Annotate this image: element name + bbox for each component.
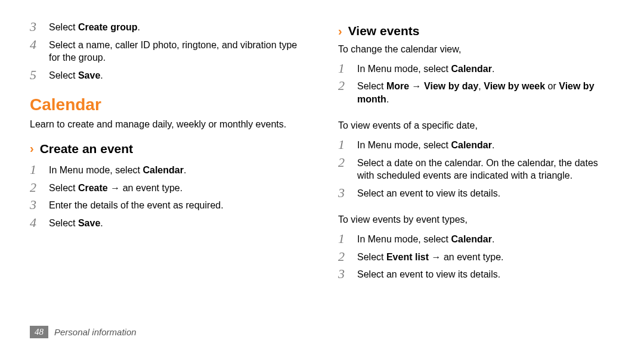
step: 1In Menu mode, select Calendar. <box>30 161 306 179</box>
step-text: Select Create → an event type. <box>49 180 182 195</box>
step-text: In Menu mode, select Calendar. <box>357 138 494 152</box>
step: 3Select Create group. <box>30 18 306 36</box>
step-text: Select More → View by day, View by week … <box>357 79 614 105</box>
step: 2Select More → View by day, View by week… <box>338 77 614 107</box>
step: 3Select an event to view its details. <box>338 265 614 283</box>
step: 2Select a date on the calendar. On the c… <box>338 154 614 184</box>
section-lead: Learn to create and manage daily, weekly… <box>30 118 306 131</box>
paragraph: To view events of a specific date, <box>338 119 614 132</box>
step: 1In Menu mode, select Calendar. <box>338 230 614 248</box>
subheading-create: › Create an event <box>30 142 306 156</box>
step-number: 5 <box>30 68 49 82</box>
step-text: In Menu mode, select Calendar. <box>49 163 186 177</box>
step: 5Select Save. <box>30 66 306 84</box>
step-number: 4 <box>30 38 49 51</box>
step-number: 3 <box>30 198 49 211</box>
step: 2Select Create → an event type. <box>30 179 306 197</box>
step-number: 1 <box>338 232 357 245</box>
step: 1In Menu mode, select Calendar. <box>338 60 614 77</box>
step-text: Select an event to view its details. <box>357 186 500 200</box>
chevron-icon: › <box>338 24 342 38</box>
paragraph: To change the calendar view, <box>338 43 614 56</box>
group-steps: 3Select Create group.4Select a name, cal… <box>30 18 306 83</box>
section-title: Calendar <box>30 95 306 114</box>
subheading-text: View events <box>348 24 420 38</box>
step-number: 1 <box>30 163 49 176</box>
page-footer: 48 Personal information <box>30 326 137 338</box>
step-text: Select Save. <box>49 216 103 230</box>
left-column: 3Select Create group.4Select a name, cal… <box>30 18 306 295</box>
view-steps-1: 1In Menu mode, select Calendar.2Select M… <box>338 60 614 108</box>
step-text: Select Event list → an event type. <box>357 250 503 264</box>
step-number: 3 <box>338 186 357 200</box>
step-number: 2 <box>338 250 357 263</box>
page-number: 48 <box>30 326 48 338</box>
step-text: In Menu mode, select Calendar. <box>357 232 494 246</box>
step: 3Select an event to view its details. <box>338 184 614 202</box>
step-number: 4 <box>30 216 49 229</box>
right-column: › View events To change the calendar vie… <box>338 18 614 295</box>
page-container: 3Select Create group.4Select a name, cal… <box>0 0 644 295</box>
step-number: 2 <box>30 180 49 194</box>
create-steps: 1In Menu mode, select Calendar.2Select C… <box>30 161 306 231</box>
step: 4Select a name, caller ID photo, rington… <box>30 36 306 66</box>
step-number: 3 <box>30 20 49 33</box>
step: 2Select Event list → an event type. <box>338 248 614 266</box>
step-text: Select a name, caller ID photo, ringtone… <box>49 38 306 64</box>
step-number: 2 <box>338 79 357 92</box>
step-text: In Menu mode, select Calendar. <box>357 61 494 76</box>
step-number: 1 <box>338 61 357 75</box>
step-text: Select Save. <box>49 68 103 82</box>
step-text: Select a date on the calendar. On the ca… <box>357 155 614 182</box>
step-number: 1 <box>338 138 357 151</box>
step: 3Enter the details of the event as requi… <box>30 196 306 214</box>
step-text: Select Create group. <box>49 20 140 34</box>
step-number: 3 <box>338 267 357 281</box>
view-steps-3: 1In Menu mode, select Calendar.2Select E… <box>338 230 614 283</box>
step: 4Select Save. <box>30 214 306 232</box>
paragraph: To view events by event types, <box>338 213 614 226</box>
step-text: Select an event to view its details. <box>357 267 500 281</box>
view-steps-2: 1In Menu mode, select Calendar.2Select a… <box>338 136 614 201</box>
subheading-view: › View events <box>338 24 614 38</box>
step: 1In Menu mode, select Calendar. <box>338 136 614 154</box>
chevron-icon: › <box>30 142 34 155</box>
footer-label: Personal information <box>54 327 137 337</box>
subheading-text: Create an event <box>40 142 133 156</box>
step-number: 2 <box>338 155 357 169</box>
step-text: Enter the details of the event as requir… <box>49 198 224 212</box>
